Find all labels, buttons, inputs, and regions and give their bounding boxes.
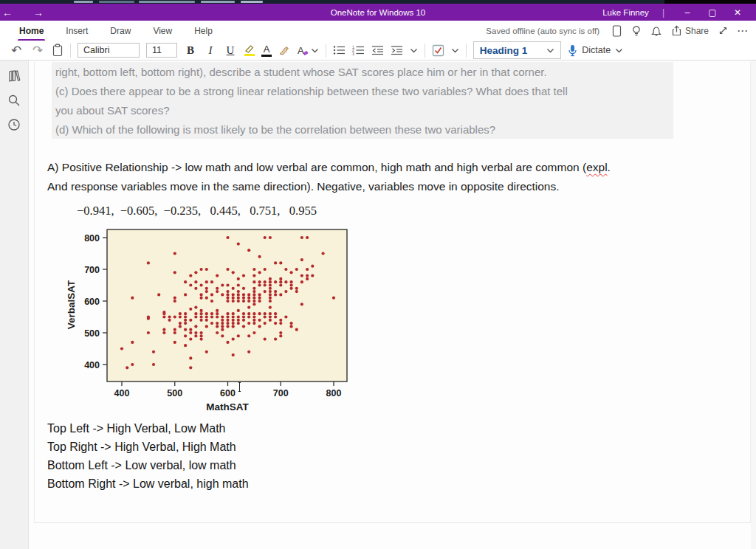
- font-size-select[interactable]: 11: [146, 43, 177, 58]
- scatter-point: [221, 283, 224, 286]
- font-name-select[interactable]: Calibri: [78, 43, 140, 58]
- scatter-point: [210, 300, 213, 303]
- minimize-button[interactable]: –: [675, 7, 700, 18]
- scatter-point: [242, 325, 245, 328]
- scatter-point: [252, 274, 255, 277]
- send-to-phone-button[interactable]: [612, 25, 622, 37]
- scatter-point: [300, 280, 303, 283]
- scatter-point: [247, 300, 250, 303]
- scatter-point: [173, 341, 176, 344]
- underline-button[interactable]: U: [224, 44, 237, 57]
- question-text-line: right, bottom left, bottom right), descr…: [55, 63, 673, 82]
- scatter-point: [221, 334, 224, 337]
- maximize-button[interactable]: ▢: [700, 7, 725, 18]
- scatter-point: [205, 290, 208, 293]
- scatter-point: [290, 325, 293, 328]
- highlight-button[interactable]: [244, 44, 255, 56]
- tab-help[interactable]: Help: [193, 23, 214, 39]
- scatter-point: [300, 303, 303, 305]
- scatter-point: [237, 300, 240, 303]
- scatter-point: [237, 315, 240, 318]
- scatter-point: [252, 331, 255, 334]
- scatter-point: [131, 341, 134, 344]
- tag-options-chevron[interactable]: [451, 48, 459, 53]
- scatter-point: [226, 319, 229, 322]
- font-color-letter: A: [264, 44, 270, 54]
- paragraph-options-chevron[interactable]: [410, 48, 418, 53]
- tab-insert-label: Insert: [66, 26, 88, 36]
- font-options-chevron[interactable]: [311, 48, 319, 53]
- more-options-button[interactable]: ···: [738, 26, 749, 36]
- scatter-point: [189, 274, 192, 277]
- scatter-point: [221, 293, 224, 296]
- tab-view-label: View: [153, 26, 172, 36]
- fullscreen-button[interactable]: [718, 26, 728, 35]
- scatter-point: [237, 334, 240, 337]
- tab-view[interactable]: View: [151, 23, 173, 39]
- scatter-point: [237, 277, 240, 280]
- scatterplot-image[interactable]: 400500600700800400500600700800 MathSAT V…: [65, 224, 354, 417]
- recent-notes-button[interactable]: [7, 118, 21, 134]
- scatter-point: [226, 293, 229, 296]
- increase-indent-icon: [391, 45, 403, 55]
- bold-button[interactable]: B: [184, 44, 197, 57]
- account-name[interactable]: Luke Finney: [602, 8, 649, 17]
- share-button[interactable]: Share: [671, 25, 709, 36]
- decrease-indent-button[interactable]: [371, 45, 384, 55]
- svg-text:3: 3: [352, 52, 354, 56]
- embedded-question-image[interactable]: right, bottom left, bottom right), descr…: [52, 62, 673, 139]
- scrollbar-track[interactable]: [751, 61, 756, 549]
- y-tick-label: 500: [84, 328, 100, 339]
- paste-button[interactable]: [52, 44, 63, 57]
- scatter-point: [264, 338, 267, 341]
- ribbon-tab-bar: Home Insert Draw View Help Saved offline…: [0, 21, 756, 41]
- scatter-point: [226, 312, 229, 315]
- format-painter-button[interactable]: [278, 44, 291, 56]
- scatter-point: [274, 293, 277, 296]
- todo-tag-button[interactable]: [432, 44, 444, 57]
- tips-button[interactable]: [631, 25, 642, 37]
- notifications-button[interactable]: [651, 25, 662, 37]
- corner-notes[interactable]: Top Left -> High Verbal, Low Math Top Ri…: [47, 419, 249, 493]
- scatter-point: [226, 315, 229, 318]
- style-select[interactable]: Heading 1: [473, 41, 562, 59]
- bullet-list-button[interactable]: [333, 45, 346, 55]
- scatter-point: [247, 306, 250, 309]
- increase-indent-button[interactable]: [391, 45, 403, 55]
- scatter-point: [194, 312, 197, 315]
- clear-formatting-button[interactable]: A: [298, 46, 304, 55]
- scatter-point: [269, 277, 272, 280]
- close-button[interactable]: ✕: [725, 7, 750, 18]
- undo-button[interactable]: ↶: [9, 43, 24, 58]
- tab-home[interactable]: Home: [18, 23, 45, 39]
- scatter-point: [147, 261, 150, 264]
- scatter-point: [232, 293, 235, 296]
- scatter-point: [279, 261, 282, 264]
- numbered-list-button[interactable]: 123: [352, 45, 365, 55]
- search-button[interactable]: [7, 94, 21, 110]
- scatter-point: [279, 319, 282, 322]
- font-name-value: Calibri: [83, 45, 109, 55]
- mobile-device-icon: [612, 25, 622, 37]
- scatter-point: [290, 283, 293, 286]
- scatter-point: [157, 293, 160, 296]
- redo-button[interactable]: ↷: [30, 43, 45, 58]
- scatter-point: [264, 283, 267, 286]
- tab-draw[interactable]: Draw: [109, 23, 132, 39]
- sync-status-text: Saved offline (auto sync is off): [486, 27, 599, 35]
- toolbar-separator: [425, 44, 425, 58]
- tab-insert[interactable]: Insert: [64, 23, 89, 39]
- scatter-point: [179, 312, 182, 315]
- correlation-options[interactable]: −0.941, −0.605, −0.235, 0.445, 0.751, 0.…: [77, 204, 317, 218]
- scatter-point: [237, 322, 240, 325]
- answer-paragraph[interactable]: A) Positive Relationship -> low math and…: [47, 158, 732, 196]
- italic-button[interactable]: I: [204, 44, 217, 57]
- scatter-point: [221, 328, 224, 331]
- scatter-point: [269, 236, 272, 239]
- font-color-button[interactable]: A: [261, 44, 272, 57]
- notebooks-button[interactable]: [7, 69, 21, 86]
- dictate-button[interactable]: Dictate: [568, 44, 623, 57]
- scatter-point: [221, 319, 224, 322]
- scatter-point: [216, 331, 219, 334]
- background-tab: [99, 1, 134, 3]
